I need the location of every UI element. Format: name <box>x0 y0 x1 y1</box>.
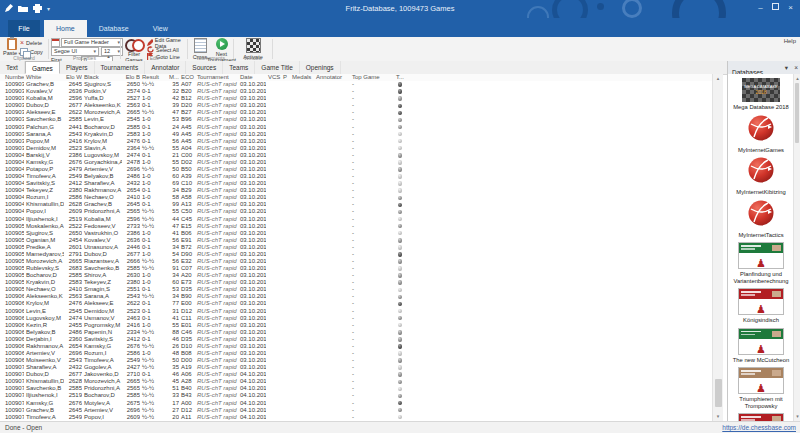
table-vertical-scrollbar[interactable]: ▴ ▾ <box>712 74 723 421</box>
database-item[interactable]: MyInternetKibitzing <box>728 157 794 196</box>
list-tab-games[interactable]: Games <box>25 61 60 74</box>
table-row[interactable]: 1009037Sarana,A2543Kryakvin,D25831-049A4… <box>0 131 712 138</box>
column-header-elo-w[interactable]: Elo W <box>64 74 82 81</box>
table-row[interactable]: 1009052Oganian,M2454Kovalev,V26360-156E9… <box>0 237 712 244</box>
table-row[interactable]: 1009039Demidov,M2523Slavin,A2364½-½55A04… <box>0 145 712 152</box>
table-row[interactable]: 1009042Potapov,P2479Artemiev,V2696½-½50B… <box>0 166 712 173</box>
table-row[interactable]: 1009055Morozevich,A2665Riazantsev,A2666½… <box>0 258 712 265</box>
table-row[interactable]: 1009049Iljiushenok,I2519Kobalia,M2596½-½… <box>0 215 712 222</box>
file-menu-button[interactable]: File <box>8 20 40 37</box>
table-row[interactable]: 1009074Iljiushenok,I2519Bocharov,D2585½-… <box>0 392 712 399</box>
column-header-number[interactable]: Number <box>0 74 24 81</box>
table-row[interactable]: 1009043Timofeev,A2549Belyakov,B24861-060… <box>0 173 712 180</box>
table-row[interactable]: 1009032Kobalia,M2596Yuffa,D25271-042B12R… <box>0 95 712 102</box>
scroll-down-icon[interactable]: ▾ <box>794 412 800 421</box>
table-row[interactable]: 1009070Sharafiev,A2432Gogolev,A2427½-½35… <box>0 364 712 371</box>
panel-menu-icon[interactable]: ▾ <box>785 61 788 74</box>
table-row[interactable]: 1009067Rakhmanov,A2654Kamsky,G2676½-½26D… <box>0 343 712 350</box>
table-row[interactable]: 1009031Kovalev,V2636Potkin,V25740-132B20… <box>0 88 712 95</box>
table-row[interactable]: 1009069Moiseenko,V2543Timofeev,A2549½-½5… <box>0 357 712 364</box>
table-row[interactable]: 1009038Popov,M2416Krylov,M24760-156A45RU… <box>0 138 712 145</box>
table-row[interactable]: 1009060Alekseenko,K2563Sarana,A2543½-½34… <box>0 293 712 300</box>
column-header-vcs[interactable]: VCS <box>266 74 281 81</box>
table-row[interactable]: 1009045Tekeyev,Z2380Rakhmanov,A26540-134… <box>0 187 712 194</box>
table-row[interactable]: 1009040Barskij,V2386Lugovskoy,M24740-121… <box>0 152 712 159</box>
table-row[interactable]: 1009066Derjabin,I2360Savitskiy,S24120-14… <box>0 336 712 343</box>
table-row[interactable]: 1009061Krylov,M2476Alekseev,E26220-177E0… <box>0 300 712 307</box>
table-row[interactable]: 1009072Khismatullin,D2628Morozevich,A266… <box>0 378 712 385</box>
column-header-medals[interactable]: Medals <box>290 74 314 81</box>
column-header-date[interactable]: Date <box>238 74 266 81</box>
table-row[interactable]: 1009044Savitskiy,S2412Sharafiev,A24321-0… <box>0 180 712 187</box>
scroll-up-icon[interactable]: ▴ <box>713 74 723 83</box>
database-item[interactable]: ♟ <box>728 413 794 421</box>
table-row[interactable]: 1009058Kryakvin,D2583Tekeyev,Z23801-060E… <box>0 279 712 286</box>
table-row[interactable]: 1009077Timofeev,A2549Popov,I2609½-½20A11… <box>0 414 712 421</box>
paste-button[interactable]: Paste ▾ <box>3 38 21 56</box>
database-item[interactable]: ♟Planfindung und Variantenberechnung <box>728 242 794 284</box>
table-row[interactable]: 1009054Mamedyarov,S2791Dubov,D26771-054D… <box>0 251 712 258</box>
table-row[interactable]: 1009064Kezin,R2455Pogromsky,M24161-055E0… <box>0 322 712 329</box>
scroll-down-icon[interactable]: ▾ <box>713 412 723 421</box>
ribbon-tab-view[interactable]: View <box>141 20 180 37</box>
ribbon-tab-database[interactable]: Database <box>87 20 141 37</box>
table-row[interactable]: 1009046Rozum,I2586Nechaev,O24101-058A58R… <box>0 194 712 201</box>
table-row[interactable]: 1009033Dubov,D2677Alekseenko,K25630-139D… <box>0 102 712 109</box>
column-header-white[interactable]: White <box>24 74 64 81</box>
database-item[interactable]: ♟The new McCutcheon <box>728 328 794 364</box>
column-header-eco[interactable]: ECO <box>179 74 195 81</box>
column-header-p[interactable]: P <box>281 74 290 81</box>
column-header-top-game[interactable]: Top Game <box>350 74 392 81</box>
column-header-elo-b[interactable]: Elo B <box>122 74 140 81</box>
table-row[interactable]: 1009062Levin,E2545Demidov,M25230-131D12R… <box>0 308 712 315</box>
close-button[interactable]: × <box>783 0 798 16</box>
ribbon-tab-home[interactable]: Home <box>44 20 87 37</box>
table-row[interactable]: 1009048Popov,I2609Pridorozhni,A2565½-½55… <box>0 208 712 215</box>
panel-vertical-scrollbar[interactable]: ▴ ▾ <box>793 74 800 421</box>
column-header-black[interactable]: Black <box>82 74 122 81</box>
table-row[interactable]: 1009057Bocharov,D2585Shirov,A26301-034A2… <box>0 272 712 279</box>
table-row[interactable]: 1009075Kamsky,G2676Motylev,A2675½-½17A00… <box>0 400 712 407</box>
list-tab-players[interactable]: Players <box>60 61 95 74</box>
column-header-annotator[interactable]: Annotator <box>314 74 350 81</box>
table-row[interactable]: 1009047Khismatullin,D2628Grachev,B26450-… <box>0 201 712 208</box>
table-row[interactable]: 1009068Artemiev,V2696Rozum,I25861-048B08… <box>0 350 712 357</box>
list-tab-text[interactable]: Text <box>0 61 25 74</box>
list-tab-openings[interactable]: Openings <box>300 61 341 74</box>
help-link[interactable]: Help <box>784 38 796 44</box>
table-row[interactable]: 1009059Nechaev,O2410Smagin,S25510-153D35… <box>0 286 712 293</box>
column-header-moves[interactable]: M... <box>162 74 179 81</box>
list-tab-annotator[interactable]: Annotator <box>145 61 186 74</box>
column-header-tournament[interactable]: Tournament <box>195 74 238 81</box>
database-item[interactable]: MEGA DATABASE2018Mega Database 2018 <box>728 78 794 111</box>
column-header-t[interactable]: T... <box>392 74 406 81</box>
table-row[interactable]: 1009063Lugovskoy,M2474Usmanov,V24630-141… <box>0 315 712 322</box>
database-item[interactable]: ♟Triumphieren mit Trompowsky <box>728 367 794 409</box>
column-header-result[interactable]: Result <box>140 74 162 81</box>
copy-button[interactable]: Copy <box>20 48 43 55</box>
game-header-select[interactable]: Full Game Header▾ <box>61 38 123 47</box>
table-row[interactable]: 1009056Rublevsky,S2683Savchenko,B2585½-½… <box>0 265 712 272</box>
table-row[interactable]: 1009073Savchenko,B2585Pridorozhni,A2565½… <box>0 385 712 392</box>
table-row[interactable]: 1009065Belyakov,B2486Papenin,N2334½-½88C… <box>0 329 712 336</box>
table-row[interactable]: 1009041Kamsky,G2676Goryachkina,A24781-05… <box>0 159 712 166</box>
database-item[interactable]: MyInternetGames <box>728 115 794 154</box>
table-scrollbar-thumb[interactable] <box>715 379 722 407</box>
list-tab-teams[interactable]: Teams <box>223 61 255 74</box>
delete-button[interactable]: ×Delete <box>20 39 43 46</box>
chessbase-link[interactable]: https://de.chessbase.com <box>722 422 796 433</box>
list-tab-game-title[interactable]: Game Title <box>255 61 299 74</box>
scroll-up-icon[interactable]: ▴ <box>794 74 800 83</box>
panel-scrollbar-thumb[interactable] <box>795 83 799 143</box>
table-row[interactable]: 1009076Grachev,B2645Artemiev,V2696½-½27D… <box>0 407 712 414</box>
table-row[interactable]: 1009036Palchun,G2441Bocharov,D25850-124A… <box>0 123 712 130</box>
database-item[interactable]: MyInternetTactics <box>728 200 794 239</box>
table-row[interactable]: 1009030Grachev,B2645Sjugirov,S2650½-½35A… <box>0 81 712 88</box>
table-row[interactable]: 1009034Alekseev,E2622Morozevich,A2665½-½… <box>0 109 712 116</box>
edit-game-data-button[interactable]: Edit Game Data <box>147 39 187 46</box>
table-row[interactable]: 1009051Sjugirov,S2650Vastrukhin,O23861-0… <box>0 230 712 237</box>
list-tab-sources[interactable]: Sources <box>186 61 223 74</box>
table-row[interactable]: 1009053Predke,A2601Utnasunov,A24460-134B… <box>0 244 712 251</box>
maximize-button[interactable] <box>768 0 783 16</box>
list-tab-tournaments[interactable]: Tournaments <box>95 61 146 74</box>
